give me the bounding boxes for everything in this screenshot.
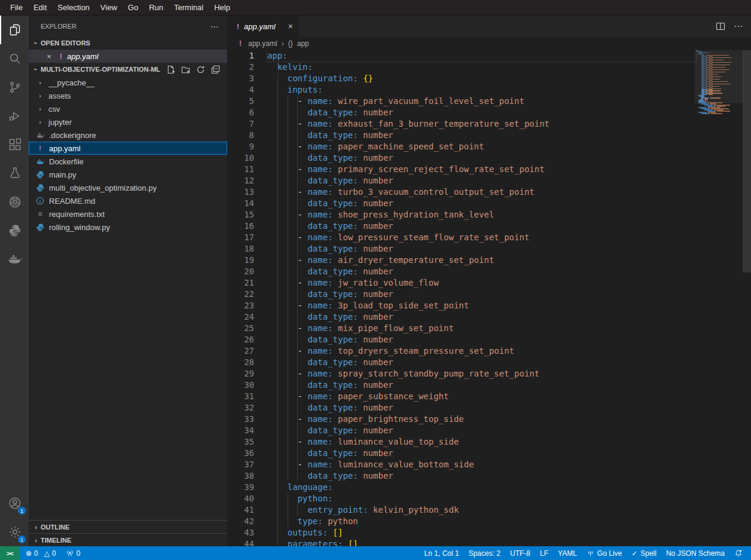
code-line-content[interactable]: configuration: {} (267, 73, 696, 84)
activitybar-explorer[interactable] (0, 16, 29, 44)
code-line-23[interactable]: 23 - name: 3p_load_top_side_set_point (227, 300, 751, 311)
ports-indicator[interactable]: 0 (66, 549, 81, 558)
code-line-content[interactable]: data_type: number (267, 175, 696, 186)
code-line-37[interactable]: 37 - name: luminance_value_bottom_side (227, 459, 751, 470)
code-line-22[interactable]: 22 data_type: number (227, 289, 751, 300)
code-line-content[interactable]: - name: luminance_value_top_side (267, 436, 696, 448)
code-line-content[interactable]: type: python (267, 516, 696, 527)
code-line-content[interactable]: - name: paper_machine_speed_set_point (267, 141, 696, 152)
more-actions-icon[interactable]: ⋯ (210, 22, 219, 31)
code-line-content[interactable]: data_type: number (267, 311, 696, 323)
activitybar-kubernetes[interactable] (0, 188, 29, 216)
code-line-29[interactable]: 29 - name: spray_starch_standby_pump_rat… (227, 368, 751, 380)
activitybar-docker[interactable] (0, 245, 29, 274)
menu-item-terminal[interactable]: Terminal (169, 3, 209, 12)
code-line-content[interactable]: data_type: number (267, 198, 696, 209)
code-line-content[interactable]: - name: primary_screen_reject_flow_rate_… (267, 164, 696, 175)
timeline-section-header[interactable]: › TIMELINE (29, 533, 227, 546)
code-editor[interactable]: 1app:2 kelvin:3 configuration: {}4 input… (227, 50, 751, 546)
code-line-content[interactable]: data_type: number (267, 357, 696, 368)
code-line-32[interactable]: 32 data_type: number (227, 402, 751, 414)
code-line-content[interactable]: - name: turbo_3_vacuum_control_output_se… (267, 186, 696, 198)
code-line-10[interactable]: 10 data_type: number (227, 152, 751, 164)
folder-section-header[interactable]: › MULTI-OBJECTIVE-OPTIMIZATION-ML (29, 63, 227, 76)
code-line-38[interactable]: 38 data_type: number (227, 470, 751, 482)
code-line-content[interactable]: - name: air_dryer_temperature_set_point (267, 255, 696, 266)
code-line-content[interactable]: data_type: number (267, 425, 696, 436)
activitybar-testing[interactable] (0, 159, 29, 188)
code-line-16[interactable]: 16 data_type: number (227, 221, 751, 232)
tree-item-readme-md[interactable]: README.md (29, 194, 227, 207)
code-line-content[interactable]: - name: paper_brightness_top_side (267, 414, 696, 425)
menu-item-go[interactable]: Go (123, 3, 144, 12)
activitybar-search[interactable] (0, 44, 29, 73)
new-folder-icon[interactable] (181, 65, 190, 74)
vertical-scrollbar[interactable] (743, 50, 751, 273)
code-line-content[interactable]: - name: mix_pipe_flow_set_point (267, 323, 696, 334)
code-line-7[interactable]: 7 - name: exhaust_fan_3_burner_temperatu… (227, 118, 751, 130)
tree-item--pycache-[interactable]: ›__pycache__ (29, 76, 227, 89)
new-file-icon[interactable] (166, 65, 175, 74)
split-editor-icon[interactable] (716, 22, 725, 31)
activitybar-extensions[interactable] (0, 130, 29, 159)
tree-item-dockerfile[interactable]: Dockerfile (29, 155, 227, 168)
statusbar-yaml[interactable]: YAML (553, 549, 582, 558)
code-line-36[interactable]: 36 data_type: number (227, 448, 751, 459)
notifications-bell[interactable] (729, 549, 747, 558)
breadcrumb-file[interactable]: app.yaml (248, 39, 277, 48)
code-line-11[interactable]: 11 - name: primary_screen_reject_flow_ra… (227, 164, 751, 175)
remote-indicator[interactable]: >< (0, 546, 20, 560)
code-line-41[interactable]: 41 entry_point: kelvin_python_sdk (227, 504, 751, 516)
code-line-27[interactable]: 27 - name: top_dryers_steam_pressure_set… (227, 345, 751, 357)
menu-item-edit[interactable]: Edit (28, 3, 52, 12)
code-line-content[interactable]: data_type: number (267, 470, 696, 482)
activitybar-source-control[interactable] (0, 73, 29, 102)
code-line-40[interactable]: 40 python: (227, 493, 751, 504)
menu-item-view[interactable]: View (95, 3, 123, 12)
code-line-28[interactable]: 28 data_type: number (227, 357, 751, 368)
code-line-content[interactable]: data_type: number (267, 289, 696, 300)
tab-app-yaml[interactable]: ! app.yaml × (227, 16, 299, 37)
tree-item-assets[interactable]: ›assets (29, 89, 227, 102)
code-line-30[interactable]: 30 data_type: number (227, 380, 751, 391)
tree-item-app-yaml[interactable]: !app.yaml (29, 142, 227, 155)
code-line-content[interactable]: - name: spray_starch_standby_pump_rate_s… (267, 368, 696, 380)
outline-section-header[interactable]: › OUTLINE (29, 520, 227, 533)
code-line-24[interactable]: 24 data_type: number (227, 311, 751, 323)
code-line-31[interactable]: 31 - name: paper_substance_weight (227, 391, 751, 402)
menu-item-run[interactable]: Run (144, 3, 169, 12)
code-line-content[interactable]: - name: low_pressure_steam_flow_rate_set… (267, 232, 696, 243)
tree-item-csv[interactable]: ›csv (29, 102, 227, 115)
code-line-content[interactable]: data_type: number (267, 402, 696, 414)
code-line-33[interactable]: 33 - name: paper_brightness_top_side (227, 414, 751, 425)
code-line-44[interactable]: 44 parameters: [] (227, 538, 751, 546)
code-line-content[interactable]: inputs: (267, 84, 696, 96)
code-line-content[interactable]: language: (267, 482, 696, 493)
menu-item-file[interactable]: File (5, 3, 28, 12)
minimap-viewport[interactable] (695, 50, 744, 103)
refresh-icon[interactable] (196, 65, 205, 74)
code-line-content[interactable]: entry_point: kelvin_python_sdk (267, 504, 696, 516)
code-line-6[interactable]: 6 data_type: number (227, 107, 751, 118)
statusbar-utf-8[interactable]: UTF-8 (505, 549, 535, 558)
close-icon[interactable]: × (44, 52, 54, 61)
more-actions-icon[interactable]: ⋯ (734, 21, 743, 32)
code-line-20[interactable]: 20 data_type: number (227, 266, 751, 277)
statusbar-ln-1-col-1[interactable]: Ln 1, Col 1 (420, 549, 464, 558)
tree-item-requirements-txt[interactable]: ≡requirements.txt (29, 207, 227, 221)
code-line-content[interactable]: data_type: number (267, 107, 696, 118)
code-line-content[interactable]: kelvin: (267, 62, 696, 73)
code-line-25[interactable]: 25 - name: mix_pipe_flow_set_point (227, 323, 751, 334)
menu-item-help[interactable]: Help (209, 3, 236, 12)
problems-indicator[interactable]: ⊗ 0 △ 0 (26, 549, 56, 558)
code-line-content[interactable]: - name: wire_part_vacuum_foil_level_set_… (267, 96, 696, 107)
code-line-15[interactable]: 15 - name: shoe_press_hydration_tank_lev… (227, 209, 751, 221)
code-line-content[interactable]: - name: luminance_value_bottom_side (267, 459, 696, 470)
tree-item-jupyter[interactable]: ›jupyter (29, 115, 227, 128)
code-line-5[interactable]: 5 - name: wire_part_vacuum_foil_level_se… (227, 96, 751, 107)
code-line-39[interactable]: 39 language: (227, 482, 751, 493)
code-line-34[interactable]: 34 data_type: number (227, 425, 751, 436)
code-line-content[interactable]: data_type: number (267, 243, 696, 255)
code-line-content[interactable]: - name: shoe_press_hydration_tank_level (267, 209, 696, 221)
code-line-content[interactable]: data_type: number (267, 266, 696, 277)
